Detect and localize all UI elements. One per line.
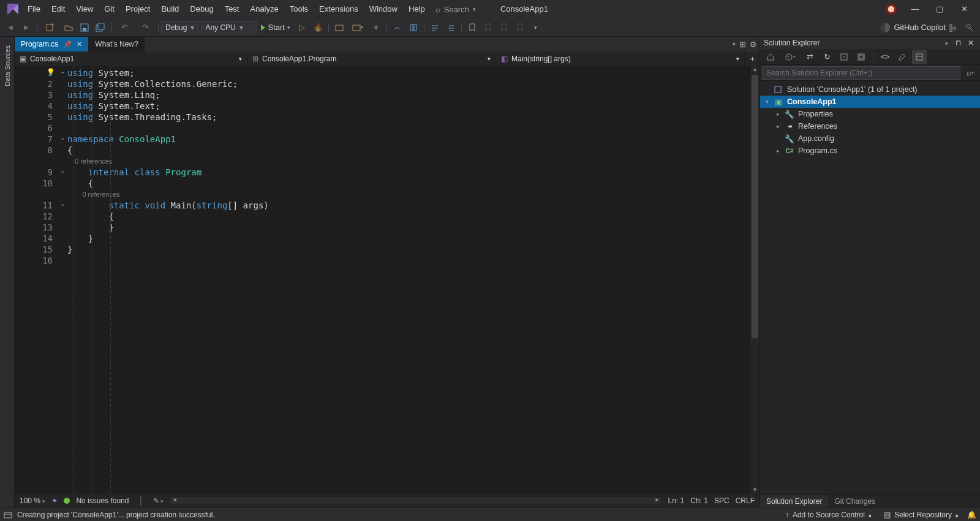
start-without-debug-button[interactable]: ▷ — [295, 20, 309, 35]
save-button[interactable] — [77, 20, 92, 35]
tabs-dropdown-button[interactable]: ▾ — [733, 41, 736, 47]
nav-project-dropdown[interactable]: ▣ConsoleApp1 ▾ — [15, 51, 247, 66]
solution-platform-dropdown[interactable]: Any CPU ▾ — [201, 21, 257, 34]
search-icon[interactable]: ⌕▾ — [963, 66, 978, 80]
tab-git-changes[interactable]: Git Changes — [828, 495, 881, 508]
pin-icon[interactable]: 📌 — [63, 40, 72, 48]
expander-icon[interactable]: ▸ — [775, 111, 781, 117]
minimize-button[interactable]: — — [903, 0, 927, 18]
bookmark-clear-button[interactable] — [513, 20, 527, 35]
share-button[interactable] — [946, 20, 961, 35]
zoom-dropdown[interactable]: 100 % ▾ — [20, 496, 45, 505]
tb-btn-7[interactable] — [443, 20, 458, 35]
tree-node-app-config[interactable]: 🔧App.config — [760, 132, 980, 145]
codelens[interactable]: 0 references — [67, 189, 750, 200]
user-avatar[interactable] — [886, 4, 897, 15]
start-debug-button[interactable]: Start ▾ — [257, 20, 293, 35]
menu-tools[interactable]: Tools — [284, 0, 314, 18]
hot-reload-button[interactable]: 🔥 — [311, 20, 325, 35]
nav-fwd-button[interactable]: ► — [19, 20, 34, 35]
tb-btn-3[interactable] — [369, 20, 383, 35]
undo-button[interactable]: ↶ — [115, 20, 134, 35]
notifications-button[interactable]: 🔔 — [967, 511, 976, 519]
menu-help[interactable]: Help — [403, 0, 431, 18]
eol-mode[interactable]: CRLF — [736, 496, 755, 505]
lightbulb-icon[interactable]: 💡 — [47, 67, 55, 78]
new-project-button[interactable]: + — [40, 20, 60, 35]
menu-extensions[interactable]: Extensions — [314, 0, 364, 18]
tree-node-consoleapp1[interactable]: ▾▣ConsoleApp1 — [760, 96, 980, 108]
panel-dropdown-icon[interactable]: ▾ — [943, 40, 951, 47]
expander-icon[interactable]: ▸ — [775, 123, 781, 129]
se-code-button[interactable]: <> — [878, 50, 892, 64]
menu-window[interactable]: Window — [364, 0, 403, 18]
tree-node-properties[interactable]: ▸🔧Properties — [760, 108, 980, 120]
nav-member-dropdown[interactable]: ◧Main(string[] args) ▾ — [496, 51, 745, 66]
menu-file[interactable]: File — [22, 0, 46, 18]
data-sources-tab[interactable]: Data Sources — [2, 42, 12, 90]
tab-program-cs[interactable]: Program.cs📌✕ — [15, 37, 89, 51]
panel-pin-icon[interactable]: ⊓ — [953, 39, 963, 47]
se-properties-button[interactable] — [895, 50, 910, 64]
issues-label[interactable]: No issues found — [76, 496, 129, 505]
select-repository-button[interactable]: ▤ Select Repository ▴ — [880, 511, 962, 519]
se-home-button[interactable] — [763, 50, 778, 64]
editor-vertical-scrollbar[interactable]: ▲ ▼ — [750, 66, 760, 493]
se-refresh-button[interactable]: ↻ — [820, 50, 834, 64]
menu-analyze[interactable]: Analyze — [244, 0, 284, 18]
menu-debug[interactable]: Debug — [184, 0, 219, 18]
menu-edit[interactable]: Edit — [46, 0, 70, 18]
pen-icon[interactable]: ✎ ▾ — [153, 496, 164, 505]
maximize-button[interactable]: ▢ — [927, 0, 952, 18]
menu-view[interactable]: View — [70, 0, 99, 18]
add-to-source-control-button[interactable]: ↑ Add to Source Control ▴ — [782, 511, 875, 519]
tb-btn-1[interactable] — [332, 20, 347, 35]
editor-horizontal-scrollbar[interactable]: ◄ ► — [170, 496, 662, 505]
bookmark-button[interactable] — [465, 20, 480, 35]
codelens[interactable]: 0 references — [67, 156, 750, 167]
se-sync-button[interactable]: ⇄ — [802, 50, 817, 64]
solution-explorer-search-input[interactable] — [762, 66, 960, 80]
se-collapse-button[interactable] — [837, 50, 851, 64]
menu-project[interactable]: Project — [120, 0, 156, 18]
health-indicator[interactable]: ✦ — [51, 496, 58, 505]
redo-button[interactable]: ↷ — [135, 20, 155, 35]
scroll-up-icon[interactable]: ▲ — [750, 66, 760, 72]
se-showall-button[interactable] — [854, 50, 869, 64]
save-all-button[interactable] — [93, 20, 108, 35]
tb-btn-5[interactable] — [406, 20, 421, 35]
expander-icon[interactable]: ▾ — [764, 99, 770, 105]
se-switch-views-button[interactable]: ▾ — [780, 50, 800, 64]
open-file-button[interactable] — [61, 20, 76, 35]
github-copilot-button[interactable]: GitHub Copilot — [880, 23, 946, 32]
fold-toggle[interactable]: ⌄ — [59, 134, 66, 141]
fold-toggle[interactable]: ⌄ — [59, 200, 66, 207]
fold-toggle[interactable]: ⌄ — [59, 167, 66, 174]
nav-type-dropdown[interactable]: ⊞ConsoleApp1.Program ▾ — [247, 51, 496, 66]
indent-mode[interactable]: SPC — [714, 496, 729, 505]
tab-what-s-new-[interactable]: What's New? — [89, 37, 145, 51]
active-frame-button[interactable]: ⊞ — [739, 40, 746, 49]
tree-node-solution-consoleapp1-1-of-1-project[interactable]: Solution 'ConsoleApp1' (1 of 1 project) — [760, 83, 980, 96]
scroll-down-icon[interactable]: ▼ — [750, 487, 760, 493]
tree-node-program-cs[interactable]: ▸C#Program.cs — [760, 145, 980, 157]
menu-test[interactable]: Test — [219, 0, 245, 18]
close-window-button[interactable]: ✕ — [952, 0, 976, 18]
fold-gutter[interactable]: ⌄⌄⌄⌄ — [58, 66, 67, 493]
code-text[interactable]: using System;using System.Collections.Ge… — [67, 66, 750, 493]
tab-solution-explorer[interactable]: Solution Explorer — [760, 495, 828, 508]
code-editor[interactable]: 12345678910111213141516💡 ⌄⌄⌄⌄ using Syst… — [15, 66, 760, 493]
scroll-thumb[interactable] — [752, 75, 758, 338]
tree-node-references[interactable]: ▸▪▪References — [760, 120, 980, 132]
solution-tree[interactable]: Solution 'ConsoleApp1' (1 of 1 project)▾… — [760, 81, 980, 494]
menu-git[interactable]: Git — [99, 0, 120, 18]
tb-btn-6[interactable] — [428, 20, 442, 35]
live-share-button[interactable] — [962, 20, 977, 35]
tb-btn-4[interactable] — [390, 20, 405, 35]
menu-build[interactable]: Build — [156, 0, 184, 18]
nav-split-button[interactable]: ＋ — [745, 51, 760, 66]
bookmark-next-button[interactable] — [497, 20, 511, 35]
gear-icon[interactable]: ⚙ — [750, 40, 757, 49]
bookmark-prev-button[interactable] — [481, 20, 496, 35]
panel-close-icon[interactable]: ✕ — [965, 39, 976, 47]
